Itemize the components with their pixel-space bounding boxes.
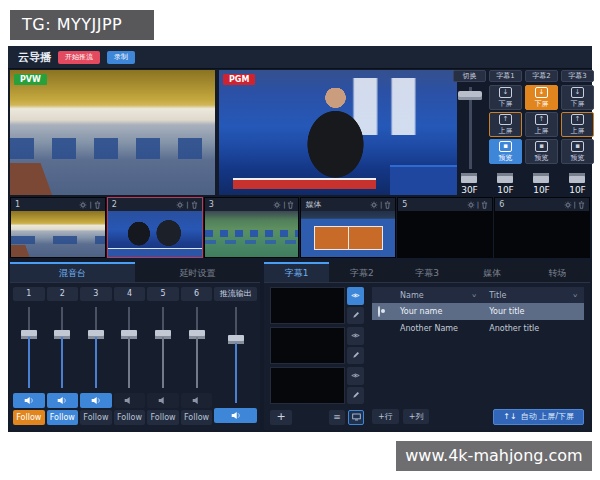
record-button[interactable]: 录制 xyxy=(107,51,135,64)
subtitle2-down-button[interactable]: ↓ 下屏 xyxy=(525,85,558,110)
slider-handle[interactable] xyxy=(189,330,205,339)
subtitle3-down-button[interactable]: ↓ 下屏 xyxy=(561,85,594,110)
source-cell-media[interactable]: 媒体 | xyxy=(300,197,396,258)
source-cell-1[interactable]: 1 | xyxy=(10,197,106,258)
gear-icon[interactable] xyxy=(370,201,378,209)
tab-media[interactable]: 媒体 xyxy=(460,262,525,282)
gear-icon[interactable] xyxy=(467,201,475,209)
subtitle1-duration-knob[interactable] xyxy=(497,173,513,183)
follow-button[interactable]: Follow xyxy=(181,410,213,425)
table-row[interactable]: Another Name Another title xyxy=(372,320,584,337)
slider-handle[interactable] xyxy=(54,330,70,339)
subtitle1-down-button[interactable]: ↓ 下屏 xyxy=(489,85,522,110)
volume-slider[interactable] xyxy=(47,304,79,391)
subtitle1-up-button[interactable]: ↑ 上屏 xyxy=(489,112,522,137)
follow-button[interactable]: Follow xyxy=(47,410,79,425)
source-cell-6[interactable]: 6 | xyxy=(494,197,590,258)
tab-subtitle-2[interactable]: 字幕2 xyxy=(329,262,394,282)
tab-subtitle-1[interactable]: 字幕1 xyxy=(264,262,329,282)
up-down-arrows-icon: ↑↓ xyxy=(503,410,516,424)
tbar-handle[interactable] xyxy=(458,91,482,100)
subtitle2-preview-button[interactable]: ▪ 预览 xyxy=(525,139,558,164)
show-subtitle-button[interactable] xyxy=(347,367,364,385)
transition-duration-knob[interactable] xyxy=(461,173,477,183)
tab-subtitle-3[interactable]: 字幕3 xyxy=(394,262,459,282)
trash-icon[interactable] xyxy=(384,201,391,209)
edit-subtitle-button[interactable] xyxy=(347,347,364,365)
tab-transition[interactable]: 转场 xyxy=(525,262,590,282)
slider-handle[interactable] xyxy=(121,330,137,339)
add-row-button[interactable]: +行 xyxy=(372,409,399,424)
follow-button[interactable]: Follow xyxy=(13,410,45,425)
speaker-button[interactable] xyxy=(80,393,112,408)
volume-slider[interactable] xyxy=(181,304,213,391)
title-column-header[interactable]: Title ∨ xyxy=(483,291,584,300)
volume-slider[interactable] xyxy=(147,304,179,391)
screen-view-button[interactable] xyxy=(348,410,364,425)
pencil-icon xyxy=(352,391,360,399)
source-cell-2[interactable]: 2 | xyxy=(107,197,203,258)
trash-icon[interactable] xyxy=(287,201,294,209)
trash-icon[interactable] xyxy=(578,201,585,209)
gear-icon[interactable] xyxy=(564,201,572,209)
subtitle-thumbnail[interactable] xyxy=(270,367,345,404)
add-column-button[interactable]: +列 xyxy=(403,409,430,424)
slider-handle[interactable] xyxy=(155,330,171,339)
output-volume-slider[interactable] xyxy=(214,304,257,406)
gear-icon[interactable] xyxy=(79,201,87,209)
slider-handle[interactable] xyxy=(21,330,37,339)
start-stream-button[interactable]: 开始推流 xyxy=(58,51,100,64)
speaker-button[interactable] xyxy=(13,393,45,408)
name-column-header[interactable]: Name ∨ xyxy=(394,291,483,300)
tab-delay-settings[interactable]: 延时设置 xyxy=(135,262,260,282)
subtitle-thumbnail[interactable] xyxy=(270,287,345,324)
show-subtitle-button[interactable] xyxy=(347,327,364,345)
volume-slider[interactable] xyxy=(114,304,146,391)
subtitle3-duration-knob[interactable] xyxy=(569,173,585,183)
eye-icon xyxy=(351,292,360,299)
subtitle2-duration-knob[interactable] xyxy=(533,173,549,183)
speaker-muted-button[interactable] xyxy=(181,393,213,408)
table-row[interactable]: Your name Your title xyxy=(372,303,584,320)
gear-icon[interactable] xyxy=(176,201,184,209)
speaker-button[interactable] xyxy=(47,393,79,408)
slider-handle[interactable] xyxy=(228,335,244,344)
source-cell-3[interactable]: 3 | xyxy=(204,197,300,258)
volume-slider[interactable] xyxy=(13,304,45,391)
subtitle3-up-button[interactable]: ↑ 上屏 xyxy=(561,112,594,137)
auto-screen-button[interactable]: ↑↓ 自动 上屏/下屏 xyxy=(493,409,584,425)
pgm-badge: PGM xyxy=(223,74,255,85)
source-cell-5[interactable]: 5 | xyxy=(397,197,493,258)
radio-selected-icon[interactable] xyxy=(378,306,380,317)
add-subtitle-button[interactable]: + xyxy=(270,410,292,425)
transition-duration: 30F xyxy=(461,185,478,195)
pvw-badge: PVW xyxy=(14,74,47,85)
edit-subtitle-button[interactable] xyxy=(347,387,364,405)
follow-button[interactable]: Follow xyxy=(114,410,146,425)
mixer-channel-2: 2 Follow xyxy=(47,287,79,425)
follow-button[interactable]: Follow xyxy=(147,410,179,425)
preview-icon: ▪ xyxy=(499,141,512,152)
trash-icon[interactable] xyxy=(481,201,488,209)
gear-icon[interactable] xyxy=(273,201,281,209)
subtitle-thumbnail[interactable] xyxy=(270,327,345,364)
trash-icon[interactable] xyxy=(191,201,198,209)
transition-tbar[interactable] xyxy=(455,85,485,171)
output-speaker-button[interactable] xyxy=(214,408,257,423)
subtitle2-up-button[interactable]: ↑ 上屏 xyxy=(525,112,558,137)
speaker-muted-button[interactable] xyxy=(147,393,179,408)
trash-icon[interactable] xyxy=(94,201,101,209)
app-title: 云导播 xyxy=(18,50,51,65)
list-view-button[interactable]: ≡ xyxy=(329,410,345,425)
speaker-muted-button[interactable] xyxy=(114,393,146,408)
up-arrow-icon: ↑ xyxy=(535,114,548,125)
subtitle3-preview-button[interactable]: ▪ 预览 xyxy=(561,139,594,164)
volume-slider[interactable] xyxy=(80,304,112,391)
follow-button[interactable]: Follow xyxy=(80,410,112,425)
edit-subtitle-button[interactable] xyxy=(347,307,364,325)
slider-handle[interactable] xyxy=(88,330,104,339)
subtitle1-preview-button[interactable]: ▪ 预览 xyxy=(489,139,522,164)
pgm-video xyxy=(219,70,457,195)
tab-mixer[interactable]: 混音台 xyxy=(10,262,135,282)
show-subtitle-button[interactable] xyxy=(347,287,364,305)
